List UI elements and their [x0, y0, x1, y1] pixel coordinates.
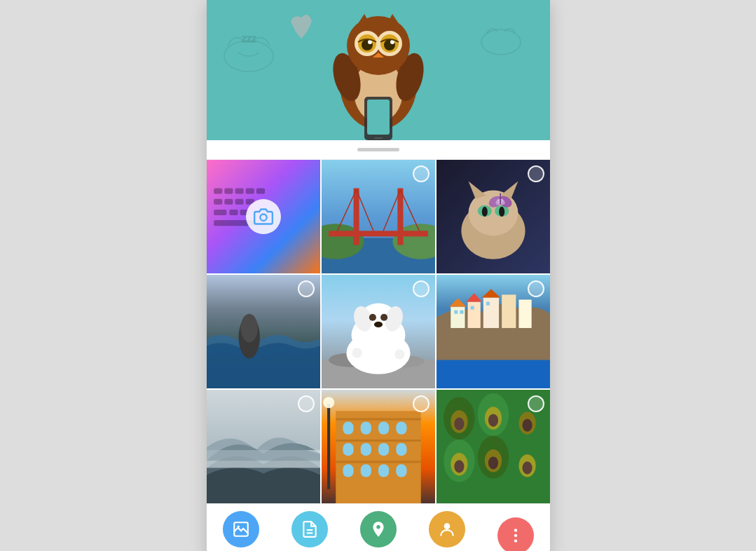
select-circle-7[interactable]	[298, 395, 315, 412]
svg-rect-91	[470, 306, 474, 310]
svg-rect-86	[483, 297, 498, 328]
svg-point-56	[481, 207, 487, 217]
svg-rect-114	[336, 461, 421, 463]
svg-rect-84	[451, 307, 465, 328]
gallery-item-5[interactable]	[322, 275, 435, 388]
svg-point-140	[376, 525, 380, 529]
gallery-item-6[interactable]	[437, 275, 550, 388]
svg-rect-87	[502, 294, 516, 328]
svg-point-137	[237, 526, 239, 528]
location-icon	[369, 520, 387, 538]
select-circle-8[interactable]	[413, 395, 429, 412]
svg-point-135	[522, 461, 532, 474]
svg-text:zzz: zzz	[242, 33, 256, 44]
svg-rect-27	[245, 189, 254, 194]
svg-rect-42	[353, 189, 359, 245]
svg-rect-90	[460, 311, 463, 314]
svg-point-76	[380, 314, 387, 321]
gallery-item-3[interactable]	[437, 160, 550, 273]
gallery-item-8[interactable]	[322, 390, 435, 503]
svg-rect-34	[229, 210, 238, 215]
svg-point-79	[383, 338, 395, 351]
svg-rect-106	[378, 443, 389, 456]
gallery-grid	[207, 160, 550, 503]
camera-overlay	[246, 199, 281, 234]
nav-icon-gallery	[223, 511, 259, 547]
svg-rect-22	[374, 137, 383, 139]
svg-rect-28	[256, 189, 264, 194]
nav-item-file[interactable]: File	[285, 511, 334, 551]
svg-rect-113	[336, 440, 421, 442]
nav-item-location[interactable]: Location	[354, 511, 403, 551]
svg-point-37	[260, 215, 266, 221]
svg-point-65	[240, 314, 257, 343]
svg-rect-109	[360, 464, 371, 477]
svg-rect-89	[454, 311, 458, 314]
more-icon	[507, 526, 525, 545]
svg-rect-33	[214, 210, 226, 215]
svg-rect-31	[235, 199, 243, 205]
bottom-nav: Gallery File	[207, 503, 550, 551]
svg-rect-108	[343, 464, 353, 477]
svg-rect-111	[396, 464, 406, 477]
scroll-indicator	[357, 148, 399, 151]
svg-rect-29	[214, 199, 222, 205]
select-circle-2[interactable]	[413, 165, 429, 182]
svg-rect-103	[396, 422, 406, 435]
gallery-item-7[interactable]	[207, 390, 320, 503]
gallery-icon	[232, 520, 250, 538]
svg-point-116	[323, 397, 334, 408]
nav-item-contact[interactable]: Contact	[422, 511, 472, 551]
nav-icon-contact	[429, 511, 465, 547]
svg-rect-105	[360, 443, 371, 456]
select-circle-6[interactable]	[528, 280, 544, 297]
svg-rect-101	[360, 422, 371, 435]
camera-icon	[254, 207, 273, 226]
svg-point-78	[362, 336, 373, 348]
nav-icon-more	[497, 517, 534, 551]
svg-rect-24	[214, 189, 222, 194]
gallery-item-2[interactable]	[322, 160, 435, 273]
svg-rect-110	[378, 464, 389, 477]
svg-point-142	[514, 529, 516, 531]
svg-rect-21	[367, 100, 390, 135]
file-icon	[301, 520, 319, 538]
svg-point-80	[352, 348, 362, 358]
select-circle-9[interactable]	[528, 395, 544, 412]
svg-point-57	[499, 207, 504, 217]
phone-notch	[207, 140, 550, 160]
svg-point-132	[488, 456, 497, 469]
svg-point-120	[454, 417, 464, 430]
contact-icon	[438, 520, 456, 538]
select-circle-4[interactable]	[298, 280, 315, 297]
svg-rect-88	[518, 299, 531, 328]
svg-point-123	[488, 414, 497, 426]
select-circle-3[interactable]	[528, 165, 544, 182]
nav-item-gallery[interactable]: Gallery	[217, 511, 266, 551]
gallery-item-9[interactable]	[437, 390, 550, 503]
svg-rect-25	[224, 189, 233, 194]
svg-rect-112	[336, 419, 421, 421]
select-circle-5[interactable]	[413, 280, 429, 297]
svg-point-77	[373, 322, 382, 327]
svg-point-129	[454, 460, 464, 472]
phone-container: zzz	[207, 0, 550, 551]
svg-rect-85	[467, 301, 480, 327]
svg-rect-115	[327, 404, 330, 489]
gallery-item-4[interactable]	[207, 275, 320, 388]
hero-area: zzz	[207, 0, 550, 140]
svg-rect-100	[343, 422, 353, 435]
svg-rect-30	[224, 199, 233, 205]
svg-point-143	[514, 534, 516, 537]
svg-point-126	[522, 419, 532, 432]
nav-item-more[interactable]	[491, 517, 540, 551]
nav-icon-location	[360, 511, 397, 547]
svg-rect-92	[486, 301, 489, 305]
gallery-item-1[interactable]	[207, 160, 320, 273]
svg-rect-107	[396, 443, 406, 456]
svg-point-75	[369, 314, 376, 321]
svg-rect-43	[397, 189, 403, 245]
svg-rect-48	[329, 231, 428, 236]
svg-point-141	[444, 523, 450, 529]
svg-point-144	[514, 539, 516, 542]
